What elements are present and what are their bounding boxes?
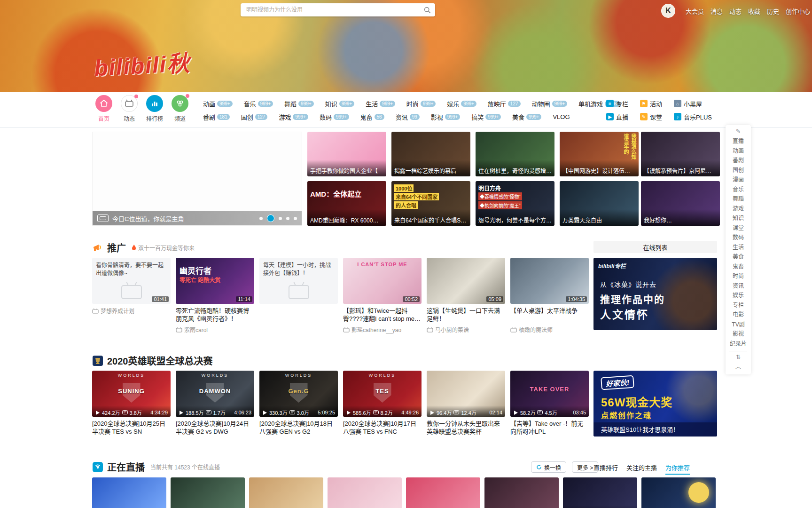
creation-contest-banner[interactable]: 好家伙! 56W现金大奖 点燃创作之魂 英雄联盟S10让我才思泉涌！ xyxy=(593,371,717,437)
live-card[interactable]: 2020年KPL王者荣耀秋季赛 xyxy=(563,477,637,508)
avatar[interactable]: K xyxy=(661,4,675,18)
flyout-item-manga[interactable]: 漫画 xyxy=(726,175,751,185)
carousel-dot[interactable] xyxy=(294,217,297,220)
live-card[interactable] xyxy=(92,477,166,508)
featured-card[interactable]: 1000位 来自64个不同国家 的人合唱 来自64个国家的千人合唱S… xyxy=(391,181,470,226)
toplink-dynamic[interactable]: 动态 xyxy=(729,7,742,16)
promo-card[interactable]: I CAN'T STOP ME 00:52 【彭瑶】和Twice一起抖臀????… xyxy=(343,258,422,333)
search-bar[interactable] xyxy=(241,3,435,16)
quicklink-article[interactable]: ≡专栏 xyxy=(606,99,640,108)
flyout-item-information[interactable]: 资讯 xyxy=(726,281,751,291)
sort-icon[interactable]: ⇅ xyxy=(726,354,751,362)
uploader-row[interactable]: 彭瑶catherine__yao xyxy=(343,325,422,333)
promo-card[interactable]: 1:04:35 【单人桌游】太平洋战争 柚嫩的魔法师 xyxy=(510,258,589,333)
live-card[interactable] xyxy=(484,477,559,508)
toplink-creator-center[interactable]: 创作中心 xyxy=(786,7,810,16)
category-animal[interactable]: 动物圈999+ xyxy=(532,99,568,108)
flyout-item-knowledge[interactable]: 知识 xyxy=(726,214,751,223)
category-dance[interactable]: 舞蹈999+ xyxy=(284,99,314,108)
flyout-item-food[interactable]: 美食 xyxy=(726,252,751,262)
refresh-button[interactable]: 换一换 xyxy=(531,461,566,473)
esports-card[interactable]: WORLDS DAMWON 188.5万 1.7万 4:06:23 [2020全… xyxy=(176,371,254,436)
flyout-item-music[interactable]: 音乐 xyxy=(726,185,751,195)
category-funny[interactable]: 搞笑999+ xyxy=(471,112,501,121)
live-card[interactable] xyxy=(249,477,323,508)
quicklink-music-plus[interactable]: ♪音乐PLUS xyxy=(674,112,719,121)
customize-icon[interactable]: ✎ xyxy=(726,128,751,136)
category-guochuang[interactable]: 国创127 xyxy=(241,112,268,121)
flyout-item-fashion[interactable]: 时尚 xyxy=(726,271,751,281)
flyout-item-movie[interactable]: 电影 xyxy=(726,310,751,320)
featured-card[interactable]: 揭露一档综艺娱乐的幕后 xyxy=(391,132,470,176)
nav-home[interactable]: 首页 xyxy=(91,95,117,122)
flyout-item-bangumi[interactable]: 番剧 xyxy=(726,156,751,166)
featured-card[interactable]: 【误解系预告片】京阿尼… xyxy=(641,132,720,176)
collapse-up-icon[interactable]: ︿ xyxy=(726,362,751,371)
featured-card[interactable]: 手把手教你做跨国大企业【 xyxy=(307,132,386,176)
category-food[interactable]: 美食999+ xyxy=(512,112,542,121)
featured-card[interactable]: 明日方舟 ◆吞噬情感的“怪物” ◆执剑向前的“魔王” 怨号光明，何尝不是每个方… xyxy=(476,181,554,226)
esports-card[interactable]: WORLDS TES 585.6万 8.2万 4:49:26 [2020全球总决… xyxy=(343,371,422,436)
flyout-item-digital[interactable]: 数码 xyxy=(726,233,751,243)
flyout-item-kichiku[interactable]: 鬼畜 xyxy=(726,262,751,272)
flyout-item-anime[interactable]: 动画 xyxy=(726,146,751,156)
featured-card[interactable]: 我是怎么知道当年的 【中国网游史】设计落伍… xyxy=(560,132,639,176)
uploader-row[interactable]: 马小厨的菜谱 xyxy=(427,325,505,333)
category-anime[interactable]: 动画999+ xyxy=(203,99,233,108)
tab-recommended[interactable]: 为你推荐 xyxy=(665,463,690,475)
category-life[interactable]: 生活999+ xyxy=(366,99,395,108)
toplink-message[interactable]: 消息 xyxy=(710,7,723,16)
uploader-row[interactable]: 紫雨carol xyxy=(176,325,254,333)
quicklink-live[interactable]: ▶直播 xyxy=(606,112,640,121)
flyout-item-tv[interactable]: TV剧 xyxy=(726,320,751,330)
esports-card[interactable]: WORLDS Gen.G 330.3万 3.0万 5:09:25 [2020全球… xyxy=(259,371,338,436)
flyout-item-game[interactable]: 游戏 xyxy=(726,204,751,214)
carousel-dot[interactable] xyxy=(286,217,289,220)
category-digital[interactable]: 数码999+ xyxy=(320,112,349,121)
nav-channel[interactable]: 频道 xyxy=(167,95,193,122)
flyout-item-documentary[interactable]: 纪录片 xyxy=(726,339,751,349)
category-fashion[interactable]: 时尚999+ xyxy=(406,99,436,108)
toplink-favorites[interactable]: 收藏 xyxy=(748,7,760,16)
promo-card[interactable]: 幽灵行者 零死亡 跑酷大赏 11:14 零死亡流畅跑酷！硬核赛博朋克风《幽灵行者… xyxy=(176,258,254,333)
category-cinema[interactable]: 放映厅127 xyxy=(488,99,521,108)
category-knowledge[interactable]: 知识999+ xyxy=(325,99,355,108)
category-information[interactable]: 资讯99 xyxy=(396,112,420,121)
flyout-item-entertainment[interactable]: 娱乐 xyxy=(726,291,751,301)
seasonal-banner[interactable]: bilibili秋 K 大会员 消息 动态 收藏 历史 创作中心 xyxy=(0,0,812,92)
carousel-dot[interactable] xyxy=(259,217,263,220)
article-banner[interactable]: bilibili专栏 从《冰菓》说开去 推理作品中的 人文情怀 xyxy=(593,258,717,330)
tab-live-ranking[interactable]: 直播排行 xyxy=(593,463,618,475)
flyout-item-live[interactable]: 直播 xyxy=(726,136,751,146)
online-list-button[interactable]: 在线列表 xyxy=(593,241,717,253)
quicklink-blackroom[interactable]: ⌂小黑屋 xyxy=(674,99,719,108)
live-card[interactable] xyxy=(171,477,245,508)
nav-ranking[interactable]: 排行榜 xyxy=(142,95,167,122)
flyout-item-dance[interactable]: 舞蹈 xyxy=(726,194,751,204)
featured-card[interactable]: AMD：全体起立 AMD重回巅峰：RX 6000系… xyxy=(307,181,386,226)
esports-card[interactable]: 96.4万 12.4万 02:14 教你一分钟从木头里取出来英雄联盟总决赛奖杯 xyxy=(427,371,505,436)
carousel-dot[interactable] xyxy=(279,217,282,220)
category-film-tv[interactable]: 影视999+ xyxy=(431,112,461,121)
live-card[interactable] xyxy=(406,477,480,508)
search-button[interactable] xyxy=(419,3,435,16)
category-music[interactable]: 音乐999+ xyxy=(244,99,273,108)
featured-card[interactable]: 我好想你… xyxy=(641,181,720,226)
category-entertainment[interactable]: 娱乐999+ xyxy=(447,99,476,108)
uploader-row[interactable]: 梦想养成计划 xyxy=(92,307,171,315)
promo-card[interactable]: 看你骨骼清奇，要不要一起出道做偶像~ 01:41 梦想养成计划 xyxy=(92,258,171,315)
quicklink-class[interactable]: ✎课堂 xyxy=(640,112,674,121)
category-kichiku[interactable]: 鬼畜56 xyxy=(360,112,384,121)
flyout-item-life[interactable]: 生活 xyxy=(726,243,751,253)
featured-card[interactable]: 住在树桩里，奇怪的灵感增… xyxy=(476,132,554,176)
tab-followed-streamers[interactable]: 关注的主播 xyxy=(626,463,657,475)
uploader-row[interactable]: 柚嫩的魔法师 xyxy=(510,325,589,333)
carousel[interactable]: 今日C位出道，你就是主角 xyxy=(92,132,302,226)
toplink-vip[interactable]: 大会员 xyxy=(686,7,704,16)
flyout-item-guochuang[interactable]: 国创 xyxy=(726,166,751,175)
esports-card[interactable]: TAKE OVER 58.2万 4.5万 03:45 【吉等】Take over… xyxy=(510,371,589,436)
carousel-dot-active[interactable] xyxy=(267,214,274,222)
toplink-history[interactable]: 历史 xyxy=(767,7,779,16)
nav-dynamic[interactable]: 动态 xyxy=(117,95,142,122)
featured-card[interactable]: 万类霜天竞自由 xyxy=(560,181,639,226)
